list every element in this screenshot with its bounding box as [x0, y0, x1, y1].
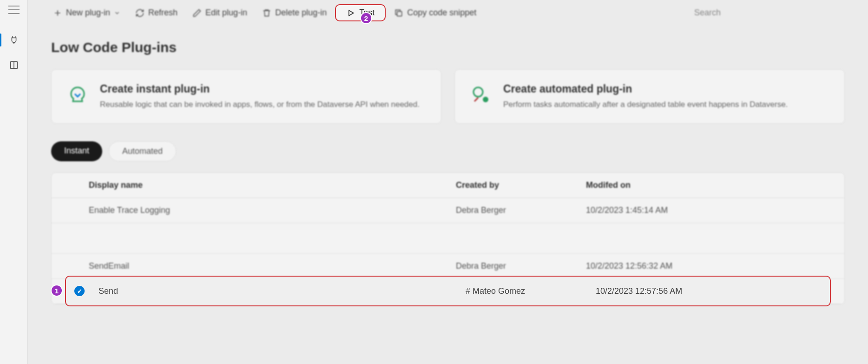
row-name: Enable Trace Logging [89, 205, 456, 215]
page-title: Low Code Plug-ins [51, 40, 845, 55]
svg-rect-1 [397, 11, 402, 16]
edit-icon [192, 8, 202, 18]
refresh-label: Refresh [148, 8, 178, 18]
command-toolbar: New plug-in Refresh Edit plug-in Delete … [28, 0, 868, 26]
search-input[interactable]: Search [687, 3, 849, 22]
create-automated-plugin-card[interactable]: Create automated plug-in Perform tasks a… [454, 69, 845, 124]
row-modified: 10/2/2023 12:56:32 AM [586, 261, 830, 271]
create-instant-plugin-card[interactable]: Create instant plug-in Reusable logic th… [51, 69, 441, 124]
plus-icon [53, 8, 62, 18]
table-row[interactable] [52, 223, 844, 254]
automated-card-title: Create automated plug-in [503, 83, 788, 95]
column-header-created[interactable]: Created by [456, 180, 586, 190]
rail-item-plugins[interactable] [6, 32, 22, 48]
table-row-selected[interactable]: Send # Mateo Gomez 10/2/2023 12:57:56 AM [65, 276, 831, 306]
row-created: # Mateo Gomez [466, 286, 596, 296]
copy-snippet-button[interactable]: Copy code snippet [388, 4, 483, 21]
delete-plugin-button[interactable]: Delete plug-in [256, 4, 333, 21]
instant-card-desc: Reusable logic that can be invoked in ap… [100, 99, 420, 110]
row-created: Debra Berger [456, 261, 586, 271]
automated-plugin-icon [469, 83, 493, 107]
row-modified: 10/2/2023 12:57:56 AM [596, 286, 816, 296]
row-modified: 10/2/2023 1:45:14 AM [586, 205, 830, 215]
play-icon [346, 8, 355, 18]
refresh-icon [135, 8, 145, 18]
row-created: Debra Berger [456, 205, 586, 215]
svg-point-2 [473, 87, 483, 97]
svg-point-3 [483, 97, 488, 102]
row-name: SendEmail [89, 261, 456, 271]
new-plugin-button[interactable]: New plug-in [46, 4, 127, 21]
new-plugin-label: New plug-in [66, 8, 110, 18]
instant-card-title: Create instant plug-in [100, 83, 420, 95]
column-header-modified[interactable]: Modifed on [586, 180, 830, 190]
column-header-name[interactable]: Display name [89, 180, 456, 190]
table-row[interactable]: Enable Trace Logging Debra Berger 10/2/2… [52, 198, 844, 223]
annotation-badge-1: 1 [51, 285, 63, 297]
hamburger-menu-icon[interactable] [8, 6, 20, 14]
tab-automated[interactable]: Automated [109, 141, 176, 161]
row-selected-check-icon[interactable] [74, 286, 85, 296]
chevron-down-icon [114, 10, 120, 16]
instant-plugin-icon [66, 83, 90, 107]
copy-label: Copy code snippet [407, 8, 476, 18]
copy-icon [394, 8, 403, 18]
annotation-badge-2: 2 [360, 12, 372, 24]
tab-instant[interactable]: Instant [51, 141, 102, 161]
rail-item-library[interactable] [6, 57, 22, 73]
book-icon [9, 60, 19, 70]
refresh-button[interactable]: Refresh [129, 4, 184, 21]
plugin-icon [9, 35, 19, 45]
edit-plugin-button[interactable]: Edit plug-in [186, 4, 254, 21]
table-row[interactable]: SendEmail Debra Berger 10/2/2023 12:56:3… [52, 254, 844, 279]
left-navigation-rail [0, 0, 28, 364]
row-name: Send [99, 286, 466, 296]
delete-label: Delete plug-in [275, 8, 327, 18]
automated-card-desc: Perform tasks automatically after a desi… [503, 99, 788, 110]
trash-icon [262, 8, 271, 18]
edit-label: Edit plug-in [205, 8, 247, 18]
